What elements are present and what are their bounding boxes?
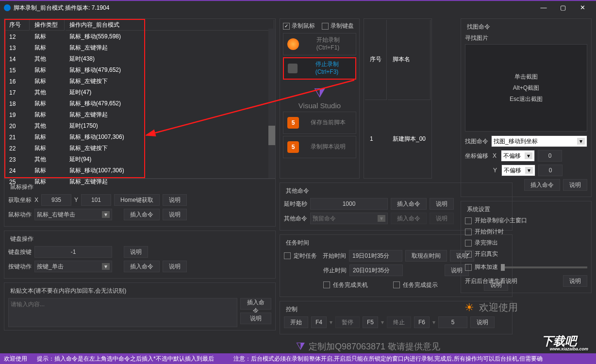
delay-explain-button[interactable]: 说明 — [430, 198, 454, 210]
table-row[interactable]: 23其他延时(94) — [5, 154, 274, 165]
get-coord-label: 获取坐标 — [8, 196, 32, 204]
table-row[interactable]: 25鼠标鼠标_左键弹起 — [5, 177, 274, 187]
paste-explain-button[interactable]: 说明 — [240, 313, 271, 324]
sys-countdown-checkbox[interactable] — [465, 229, 472, 235]
sys-explain-button[interactable]: 说明 — [563, 275, 587, 287]
window-title: 脚本录制_前台模式 插件版本: 7.1904 — [14, 4, 534, 12]
col-index[interactable]: 序号 — [5, 20, 30, 31]
record-keyboard-checkbox[interactable] — [322, 23, 329, 30]
sun-icon: ☀ — [464, 301, 474, 314]
paste-insert-button[interactable]: 插入命令 — [240, 298, 271, 310]
img-explain-button[interactable]: 说明 — [563, 179, 587, 191]
html5-icon: 5 — [287, 117, 299, 129]
col-type[interactable]: 操作类型 — [31, 20, 65, 31]
triangle-icon — [288, 64, 298, 73]
sys-minimize-checkbox[interactable] — [465, 217, 472, 224]
accel-slider[interactable] — [501, 266, 587, 268]
offset-y-num[interactable] — [538, 165, 563, 176]
record-help-button[interactable]: 5 录制脚本说明 — [283, 136, 356, 158]
coord-y-input[interactable] — [81, 194, 111, 206]
table-row[interactable]: 24鼠标鼠标_移动(1007,306) — [5, 165, 274, 176]
sys-real-checkbox[interactable] — [465, 251, 472, 258]
sys-popup-checkbox[interactable] — [465, 240, 472, 247]
status-bar: 欢迎使用 提示：插入命令是在左上角选中命令之后插入*不选中默认插入到最后 注意：… — [0, 353, 596, 364]
mouse-insert-button[interactable]: 插入命令 — [124, 209, 160, 220]
stop-record-button[interactable]: 停止录制(Ctrl+F3) — [283, 57, 356, 80]
welcome-text: ☀ 欢迎使用 — [461, 297, 592, 318]
start-time-input[interactable] — [349, 250, 402, 262]
table-row[interactable]: 13鼠标鼠标_左键弹起 — [5, 43, 274, 53]
offset-x-num[interactable] — [538, 150, 562, 162]
kb-insert-button[interactable]: 插入命令 — [124, 261, 160, 272]
stop-time-input[interactable] — [349, 265, 403, 276]
other-insert-button: 插入命令 — [391, 213, 427, 224]
action-table[interactable]: 序号 操作类型 操作内容_前台模式 12鼠标鼠标_移动(559,598)13鼠标… — [4, 18, 276, 179]
timed-task-checkbox[interactable] — [284, 252, 291, 259]
html5-icon: 5 — [287, 141, 299, 153]
shutdown-checkbox[interactable] — [323, 281, 330, 288]
record-panel: 录制鼠标 录制键盘 开始录制(Ctrl+F1) 停止录制(Ctrl+F3) ⧩ … — [280, 18, 360, 179]
key-input[interactable] — [34, 246, 112, 258]
img-insert-button[interactable]: 插入命令 — [524, 179, 560, 191]
kb-explain-button[interactable]: 说明 — [124, 246, 148, 258]
mouse-explain-button[interactable]: 说明 — [163, 194, 187, 206]
table-row[interactable]: 12鼠标鼠标_移动(559,598) — [5, 32, 274, 42]
system-settings-panel: 系统设置 开始录制缩小主窗口 开始倒计时 录完弹出 开启真实 脚本加速 开启后台… — [461, 201, 592, 293]
paste-panel: 粘贴文本(请不要在内容内加回车,会无法识别) 插入命令 说明 — [4, 282, 276, 331]
notify-checkbox[interactable] — [393, 281, 400, 288]
table-row[interactable]: 22鼠标鼠标_左键按下 — [5, 143, 274, 153]
delay-insert-button[interactable]: 插入命令 — [391, 198, 427, 210]
col-content[interactable]: 操作内容_前台模式 — [66, 20, 274, 31]
save-script-button[interactable]: 5 保存当前脚本 — [283, 112, 356, 134]
f4-input[interactable] — [311, 316, 327, 328]
capture-area[interactable]: 单击截图 Alt+Q截图 Esc退出截图 — [465, 44, 587, 132]
minimize-button[interactable]: — — [534, 1, 553, 15]
home-capture-button[interactable]: Home键获取 — [114, 194, 160, 206]
table-row[interactable]: 21鼠标鼠标_移动(1007,306) — [5, 132, 274, 142]
offset-x-select[interactable]: 不偏移▾ — [501, 150, 535, 162]
visual-studio-icon: ⧩ — [283, 85, 356, 101]
coord-x-input[interactable] — [41, 194, 71, 206]
table-row[interactable]: 17其他延时(47) — [5, 87, 274, 98]
table-row: 1新建脚本_00 — [365, 101, 430, 177]
vs-logo-block: ⧩ Visual Studio — [283, 82, 356, 112]
accel-checkbox[interactable] — [465, 264, 472, 271]
table-row[interactable]: 20其他延时(1750) — [5, 121, 274, 131]
keyboard-ops-panel: 键盘操作 键盘按键 说明 按键动作 按键_单击▾ 插入命令 说明 — [4, 231, 276, 279]
firefox-icon — [287, 38, 299, 50]
table-row[interactable]: 19鼠标鼠标_左键弹起 — [5, 110, 274, 120]
ctrl-pause-button[interactable]: 暂停 — [335, 316, 360, 328]
other-cmd-select[interactable]: 预留命令▾ — [310, 213, 388, 224]
table-row[interactable]: 15鼠标鼠标_移动(479,652) — [5, 65, 274, 75]
record-mouse-checkbox[interactable] — [283, 23, 290, 30]
table-scrollbar[interactable] — [268, 29, 275, 178]
image-cmd-panel: 找图命令 寻找图片 单击截图 Alt+Q截图 Esc退出截图 找图命令 找图_移… — [461, 18, 592, 197]
offset-y-select[interactable]: 不偏移▾ — [501, 165, 535, 176]
mouse-explain2-button[interactable]: 说明 — [163, 209, 187, 220]
contact-text: ⧩ 定制加Q987063871 敬请提供意见 — [280, 338, 457, 355]
visual-studio-icon: ⧩ — [296, 340, 305, 353]
f5-input[interactable] — [363, 316, 378, 328]
f6-input[interactable] — [414, 316, 430, 328]
maximize-button[interactable]: ▢ — [553, 1, 573, 15]
table-row[interactable]: 14其他延时(438) — [5, 54, 274, 64]
paste-textarea[interactable] — [8, 298, 237, 327]
ctrl-stop-button[interactable]: 终止 — [387, 316, 411, 328]
table-row[interactable]: 16鼠标鼠标_左键按下 — [5, 76, 274, 86]
key-action-select[interactable]: 按键_单击▾ — [34, 261, 112, 272]
table-row[interactable]: 18鼠标鼠标_移动(479,652) — [5, 99, 274, 109]
app-logo-icon — [4, 4, 11, 11]
ctrl-start-button[interactable]: 开始 — [284, 316, 308, 328]
other-explain-button: 说明 — [430, 213, 454, 224]
kb-explain2-button[interactable]: 说明 — [163, 261, 187, 272]
img-cmd-select[interactable]: 找图_移动到坐标▾ — [491, 135, 587, 147]
mouse-action-select[interactable]: 鼠标_右键单击▾ — [34, 209, 112, 220]
titlebar: 脚本录制_前台模式 插件版本: 7.1904 — ▢ ✕ — [0, 0, 596, 15]
close-button[interactable]: ✕ — [573, 1, 592, 15]
delay-input[interactable] — [310, 198, 388, 210]
script-table[interactable]: 序号脚本名 1新建脚本_00 — [364, 18, 432, 179]
get-now-button[interactable]: 取现在时间 — [405, 250, 447, 262]
start-record-button[interactable]: 开始录制(Ctrl+F1) — [283, 33, 356, 55]
